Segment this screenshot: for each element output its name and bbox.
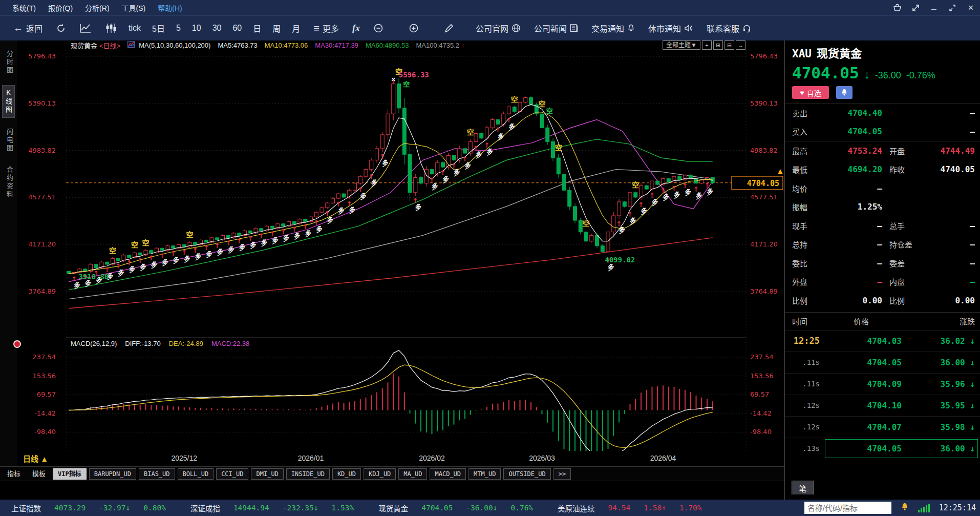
crosshair-icon[interactable]: + [702,40,712,50]
candle-102[interactable] [628,193,632,207]
candle-25[interactable] [204,240,208,242]
back-button[interactable]: ← 返回 [13,22,42,34]
candle-17[interactable] [160,248,164,251]
period-button-5[interactable]: 5 [176,22,181,34]
candle-27[interactable] [216,238,219,240]
candle-79[interactable] [502,114,505,124]
toolbar-link-2[interactable]: 交易通知 [591,22,635,34]
pane-layout-left-icon[interactable]: ⊞ [713,40,723,50]
candle-56[interactable] [375,149,379,160]
expand-right-icon[interactable]: → [736,40,745,50]
indicator-tab-KDJ_UD[interactable]: KDJ_UD [364,468,396,480]
sidebar-tab-0[interactable]: 分时图 [4,47,15,78]
toolbar-link-4[interactable]: 联系客服 [707,22,751,34]
line-chart-button[interactable] [79,23,92,33]
candle-11[interactable] [127,255,131,258]
candle-67[interactable] [436,162,439,174]
tick-row-0[interactable]: 12:254704.0336.02 ↓ [785,330,980,352]
indicator-tab-指标[interactable]: 指标 [3,469,25,479]
chart-period-tag[interactable]: <日线> [99,40,120,50]
indicator-tab-BOLL_UD[interactable]: BOLL_UD [178,468,214,480]
menu-item-0[interactable]: 系统(T) [12,3,36,13]
basket-icon[interactable] [892,3,902,13]
indicator-tab-CCI_UD[interactable]: CCI_UD [216,468,248,480]
candle-35[interactable] [260,229,263,231]
candle-92[interactable] [573,207,577,220]
candle-87[interactable] [546,128,549,141]
candle-78[interactable] [496,119,500,124]
menu-item-1[interactable]: 报价(Q) [48,3,73,13]
candle-7[interactable] [105,262,109,264]
period-button-周[interactable]: 周 [272,22,281,34]
candle-50[interactable] [342,194,346,197]
candle-48[interactable] [331,198,335,203]
candle-93[interactable] [579,220,582,232]
candle-63[interactable] [414,177,417,192]
ticker-item-深证成指[interactable]: 深证成指14944.94-232.35↓1.53% [190,503,367,513]
refresh-button[interactable] [56,23,66,33]
candle-13[interactable] [138,253,142,255]
menu-item-4[interactable]: 帮助(H) [158,3,182,13]
pane-layout-right-icon[interactable]: ⊟ [725,40,734,50]
tick-row-4[interactable]: .12s4704.0735.98 ↓ [785,416,980,438]
candle-105[interactable] [645,185,648,189]
candle-57[interactable] [380,135,384,149]
candle-55[interactable] [370,160,373,170]
candle-100[interactable] [617,202,621,216]
period-button-60[interactable]: 60 [232,22,242,34]
candle-84[interactable] [529,98,533,105]
candle-80[interactable] [507,107,511,114]
candle-111[interactable] [678,176,681,180]
period-button-日[interactable]: 日 [253,22,261,34]
indicator-tab-VIP指标[interactable]: VIP指标 [53,468,87,480]
sidebar-tab-2[interactable]: 闪电图 [4,125,15,156]
indicator-tab-MA_UD[interactable]: MA_UD [398,468,427,480]
period-button-tick[interactable]: tick [129,22,141,34]
candle-61[interactable] [402,108,406,154]
candle-81[interactable] [513,107,516,112]
indicator-tab-INSIDE_UD[interactable]: INSIDE_UD [286,468,330,480]
candle-43[interactable] [304,219,307,222]
candle-72[interactable] [463,149,467,153]
toolbar-link-0[interactable]: 公司官网 [476,22,521,34]
candle-70[interactable] [452,155,456,160]
period-selector[interactable]: 日线 ▲ [23,453,48,464]
indicator-tab-DMI_UD[interactable]: DMI_UD [251,468,283,480]
candle-19[interactable] [172,246,175,249]
candle-89[interactable] [557,158,560,174]
candle-98[interactable] [606,232,610,252]
chart-zone[interactable]: 现货黄金 <日线> MA(5,10,30,60,100,200) MA5:476… [17,40,784,451]
indicator-tab->>[interactable]: >> [553,468,571,480]
candle-41[interactable] [292,221,296,224]
sidebar-tab-1[interactable]: K线图 [2,85,15,118]
candle-94[interactable] [584,232,588,241]
candle-66[interactable] [430,170,434,174]
candle-91[interactable] [568,190,571,207]
candle-74[interactable] [474,134,478,142]
zoom-in-button[interactable] [409,23,419,34]
candle-23[interactable] [194,242,197,245]
candle-45[interactable] [314,212,318,217]
candle-95[interactable] [590,235,593,241]
candle-104[interactable] [640,185,643,197]
toolbar-link-3[interactable]: 休市通知 [648,22,693,34]
pen-tab[interactable]: 笔 [792,481,814,494]
formula-button[interactable]: fx [352,23,360,34]
candle-68[interactable] [441,162,445,167]
candle-106[interactable] [650,181,654,189]
tick-row-5[interactable]: .13s4704.0536.00 ↓ [785,438,980,459]
candle-62[interactable] [408,154,412,193]
candle-64[interactable] [419,177,423,183]
search-input[interactable] [804,502,891,514]
period-button-5日[interactable]: 5日 [152,22,165,34]
candle-49[interactable] [336,194,340,198]
tick-row-3[interactable]: .12s4704.1035.95 ↓ [785,395,980,416]
candle-5[interactable] [94,264,98,268]
candle-88[interactable] [551,141,555,158]
menu-item-2[interactable]: 分析(R) [85,3,109,13]
indicator-tab-BARUPDN_UD[interactable]: BARUPDN_UD [89,468,136,480]
toolbar-link-1[interactable]: 公司新闻 [534,22,578,34]
candle-76[interactable] [485,128,489,138]
candle-101[interactable] [623,202,626,207]
indicator-dot-icon[interactable] [13,340,21,348]
